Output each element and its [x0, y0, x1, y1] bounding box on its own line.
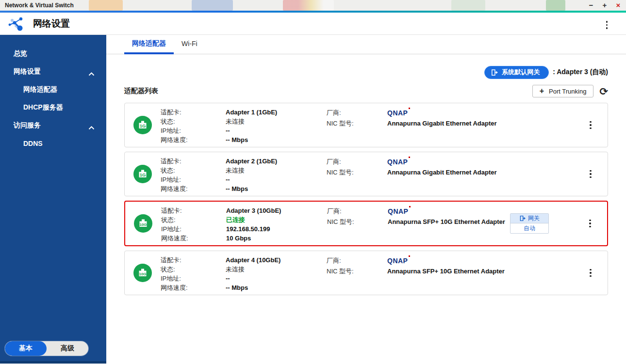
adapter-tags-cell: [511, 155, 574, 193]
sidebar-item-label: 网络设置: [14, 67, 41, 76]
plus-icon: +: [540, 87, 544, 95]
gateway-button-label: 系统默认网关: [502, 68, 540, 77]
sidebar: 总览网络设置网络适配器DHCP服务器访问服务DDNS 基本 高级: [0, 35, 106, 364]
label-adapter: 适配卡:: [161, 157, 226, 166]
adapter-actions-cell: [574, 106, 608, 144]
adapter-speed-icon: 1G: [133, 115, 152, 135]
adapter-speed-badge: 1G: [140, 172, 146, 177]
label-adapter: 适配卡:: [161, 255, 226, 265]
adapter-speed-icon: 1G: [133, 164, 152, 184]
port-trunking-button[interactable]: + Port Trunking: [532, 85, 594, 97]
vendor-field-values: QNAPAnnapurna SFP+ 10G Ethernet Adapter: [387, 253, 511, 292]
adapter-ip: 192.168.50.199: [226, 224, 327, 234]
adapter-speed: -- Mbps: [226, 135, 327, 144]
adapter-icon-cell: 10G: [125, 253, 161, 292]
sidebar-item-network-adapter[interactable]: 网络适配器: [0, 80, 106, 98]
tab-bar: 网络适配器 Wi-Fi: [106, 35, 626, 54]
adapter-speed: -- Mbps: [226, 184, 327, 193]
sidebar-item-access-services[interactable]: 访问服务: [0, 116, 106, 134]
adapter-tags-cell: [511, 253, 574, 292]
adapter-speed: -- Mbps: [226, 283, 327, 292]
gateway-icon: [519, 215, 526, 222]
adapter-tags-cell: 网关自动: [510, 204, 573, 243]
adapter-actions-cell: [574, 155, 608, 193]
adapter-name: Adapter 4 (10GbE): [226, 255, 327, 265]
adapter-speed: 10 Gbps: [226, 234, 327, 243]
chevron-up-icon: [88, 70, 95, 78]
nic-model: Annapurna Gigabit Ethernet Adapter: [387, 118, 511, 129]
adapter-field-labels: 适配卡:状态:IP地址:网络速度:: [161, 155, 226, 193]
adapter-list-title: 适配器列表: [124, 87, 158, 95]
label-status: 状态:: [161, 265, 226, 274]
label-ip: IP地址:: [161, 224, 226, 234]
gateway-value: : Adapter 3 (自动): [553, 68, 608, 77]
adapter-icon-cell: 1G: [125, 155, 161, 193]
adapter-name: Adapter 1 (1GbE): [226, 108, 327, 117]
desktop-icon-fragment: [192, 0, 233, 11]
label-vendor: 厂商:: [327, 206, 388, 217]
adapter-field-labels: 适配卡:状态:IP地址:网络速度:: [161, 204, 226, 243]
desktop-icon-fragment: [283, 0, 334, 11]
adapter-ip: --: [226, 175, 327, 184]
adapter-card[interactable]: 10G适配卡:状态:IP地址:网络速度:Adapter 3 (10GbE)已连接…: [124, 201, 608, 246]
adapter-status: 已连接: [226, 215, 327, 224]
adapter-name: Adapter 2 (1GbE): [226, 157, 327, 166]
tab-label: Wi-Fi: [181, 40, 198, 47]
adapter-speed-badge: 1G: [140, 123, 146, 128]
refresh-icon[interactable]: ⟳: [599, 86, 608, 96]
adapter-ip: --: [226, 126, 327, 135]
tab-wifi[interactable]: Wi-Fi: [174, 35, 205, 54]
auto-tag: 自动: [511, 223, 548, 233]
vendor-field-labels: 厂商:NIC 型号:: [327, 155, 387, 193]
label-vendor: 厂商:: [327, 157, 387, 167]
tab-network-adapter[interactable]: 网络适配器: [124, 35, 174, 54]
minimize-button[interactable]: −: [587, 0, 595, 11]
vendor-field-values: QNAPAnnapurna Gigabit Ethernet Adapter: [387, 155, 511, 193]
adapter-menu-kebab[interactable]: [587, 118, 594, 132]
vendor-field-labels: 厂商:NIC 型号:: [327, 253, 387, 292]
auto-tag-label: 自动: [524, 224, 535, 233]
sidebar-item-dhcp-server[interactable]: DHCP服务器: [0, 98, 106, 116]
adapter-list-header: 适配器列表 + Port Trunking ⟳: [124, 85, 608, 97]
desktop-icon-fragment: [89, 0, 123, 11]
sidebar-item-label: 网络适配器: [23, 85, 57, 94]
label-ip: IP地址:: [161, 126, 226, 135]
advanced-mode-button[interactable]: 高级: [47, 341, 88, 356]
adapter-field-values: Adapter 4 (10GbE)未连接---- Mbps: [226, 253, 327, 292]
system-default-gateway-button[interactable]: 系统默认网关: [484, 66, 549, 79]
adapter-menu-kebab[interactable]: [587, 266, 594, 280]
sidebar-item-network-settings[interactable]: 网络设置: [0, 63, 106, 80]
label-adapter: 适配卡:: [161, 108, 226, 117]
label-ip: IP地址:: [161, 175, 226, 184]
window-titlebar: Network & Virtual Switch − + ×: [0, 0, 626, 11]
adapter-speed-badge: 10G: [139, 272, 146, 276]
sidebar-item-label: 总览: [14, 49, 27, 58]
sidebar-item-ddns[interactable]: DDNS: [0, 134, 106, 152]
label-nic-model: NIC 型号:: [327, 167, 387, 178]
adapter-status: 未连接: [226, 265, 327, 274]
nic-model: Annapurna Gigabit Ethernet Adapter: [387, 167, 511, 178]
adapter-card[interactable]: 1G适配卡:状态:IP地址:网络速度:Adapter 1 (1GbE)未连接--…: [124, 103, 608, 147]
adapter-card[interactable]: 10G适配卡:状态:IP地址:网络速度:Adapter 4 (10GbE)未连接…: [124, 251, 608, 295]
maximize-button[interactable]: +: [601, 0, 609, 11]
nic-model: Annapurna SFP+ 10G Ethernet Adapter: [387, 266, 511, 277]
sidebar-item-overview[interactable]: 总览: [0, 45, 106, 63]
app-header: 网络设置: [0, 13, 626, 35]
adapter-status: 未连接: [226, 166, 327, 175]
window-title: Network & Virtual Switch: [5, 0, 74, 11]
header-more-menu-kebab[interactable]: [603, 18, 611, 32]
adapter-card[interactable]: 1G适配卡:状态:IP地址:网络速度:Adapter 2 (1GbE)未连接--…: [124, 152, 608, 196]
basic-mode-button[interactable]: 基本: [5, 341, 47, 356]
gateway-tag-label: 网关: [528, 214, 540, 222]
adapter-menu-kebab[interactable]: [587, 167, 594, 181]
adapter-menu-kebab[interactable]: [586, 217, 594, 231]
adapter-field-labels: 适配卡:状态:IP地址:网络速度:: [161, 106, 226, 144]
adapter-field-values: Adapter 1 (1GbE)未连接---- Mbps: [226, 106, 327, 144]
label-speed: 网络速度:: [161, 184, 226, 193]
label-nic-model: NIC 型号:: [327, 266, 387, 277]
adapter-speed-icon: 10G: [133, 214, 153, 233]
sidebar-item-label: 访问服务: [14, 121, 41, 130]
label-vendor: 厂商:: [327, 108, 387, 118]
adapter-ip: --: [226, 274, 327, 283]
close-button[interactable]: ×: [614, 0, 622, 11]
